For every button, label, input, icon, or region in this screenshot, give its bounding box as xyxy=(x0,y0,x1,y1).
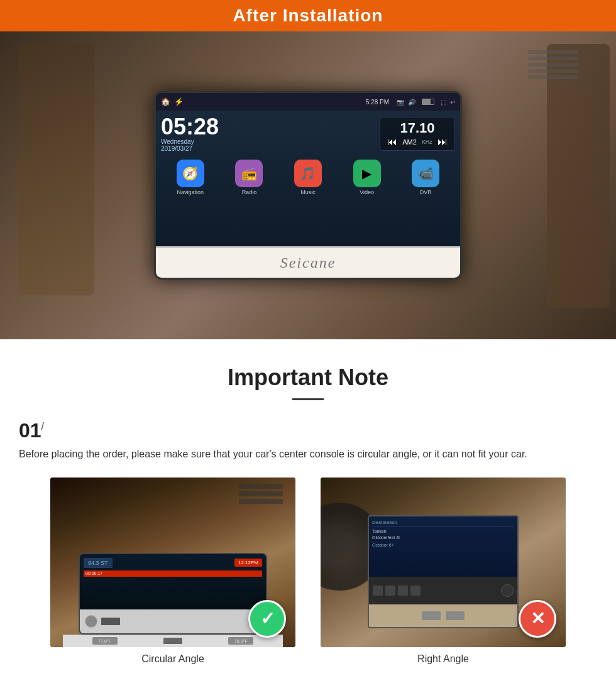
screen-status-time: 5:28 PM xyxy=(366,99,389,106)
screen-radio-box: 17.10 ⏮ AM2 KHz ⏭ xyxy=(380,117,455,151)
app-radio-icon: 📻 xyxy=(235,160,263,187)
app-radio-label: Radio xyxy=(242,189,257,195)
right-angle-label: Right Angle xyxy=(417,653,469,665)
app-video[interactable]: ▶ Video xyxy=(353,160,381,195)
screen-main: 05:28 Wednesday 2019/03/27 17.10 ⏮ AM2 K… xyxy=(156,111,460,246)
image-card-correct: 94.3 ST 12:12PM 00:00:17 xyxy=(50,477,295,665)
screen-time-display: 05:28 xyxy=(161,116,219,138)
app-nav-icon: 🧭 xyxy=(177,160,204,187)
app-dvr-icon: 📹 xyxy=(412,160,439,187)
app-music-label: Music xyxy=(300,189,316,195)
screen-frequency: 17.10 xyxy=(400,120,434,136)
unit-side-buttons xyxy=(154,118,155,188)
app-nav-label: Navigation xyxy=(177,189,204,195)
section-heading: Important Note xyxy=(19,364,597,391)
note-text: Before placing the order, please make su… xyxy=(19,446,597,462)
important-note-section: Important Note 01/ Before placing the or… xyxy=(0,339,616,684)
header-banner: After Installation xyxy=(0,0,616,31)
title-divider xyxy=(292,398,324,400)
radio-next-icon[interactable]: ⏭ xyxy=(437,136,448,148)
radio-prev-icon[interactable]: ⏮ xyxy=(387,136,397,148)
brand-logo: Seicane xyxy=(280,254,336,271)
note-number: 01/ xyxy=(19,419,597,442)
screen-status-bar: 🏠 ⚡ 5:28 PM 📷 🔊 ⬚ ↩ xyxy=(156,93,460,111)
unit-bottom-bar: Seicane xyxy=(156,246,460,278)
dash-right-panel xyxy=(547,44,610,308)
page-title: After Installation xyxy=(233,6,383,26)
circular-angle-image: 94.3 ST 12:12PM 00:00:17 xyxy=(50,477,295,647)
app-video-icon: ▶ xyxy=(353,160,381,187)
app-radio[interactable]: 📻 Radio xyxy=(235,160,263,195)
app-dvr[interactable]: 📹 DVR xyxy=(412,160,439,195)
screen-clock-row: 05:28 Wednesday 2019/03/27 17.10 ⏮ AM2 K… xyxy=(161,116,455,152)
car-stereo-unit: 🏠 ⚡ 5:28 PM 📷 🔊 ⬚ ↩ 05:28 Wednesday 2019… xyxy=(154,91,462,280)
circular-angle-label: Circular Angle xyxy=(141,653,204,665)
installation-photo-area: 🏠 ⚡ 5:28 PM 📷 🔊 ⬚ ↩ 05:28 Wednesday 2019… xyxy=(0,31,616,339)
car-interior-bg: 🏠 ⚡ 5:28 PM 📷 🔊 ⬚ ↩ 05:28 Wednesday 2019… xyxy=(0,31,616,339)
right-angle-image: Destination Tanken Oktoberfest 4t Octobe… xyxy=(321,477,566,647)
screen-radio-controls: ⏮ AM2 KHz ⏭ xyxy=(387,136,448,148)
image-card-wrong: Destination Tanken Oktoberfest 4t Octobe… xyxy=(321,477,566,665)
app-music[interactable]: 🎵 Music xyxy=(294,160,322,195)
note-01: 01/ Before placing the order, please mak… xyxy=(19,419,597,462)
screen-date: 2019/03/27 xyxy=(161,145,219,152)
screen-day: Wednesday xyxy=(161,138,219,145)
correct-badge: ✓ xyxy=(248,600,286,638)
screen-apps-row: 🧭 Navigation 📻 Radio 🎵 Music ▶ Video xyxy=(161,160,455,195)
app-dvr-label: DVR xyxy=(420,189,432,195)
vent-grille xyxy=(528,50,578,82)
screen-clock-left: 05:28 Wednesday 2019/03/27 xyxy=(161,116,219,152)
comparison-images-row: 94.3 ST 12:12PM 00:00:17 xyxy=(19,477,597,665)
app-navigation[interactable]: 🧭 Navigation xyxy=(177,160,204,195)
dash-left-panel xyxy=(19,44,94,295)
app-video-label: Video xyxy=(360,189,374,195)
app-music-icon: 🎵 xyxy=(294,160,322,187)
screen-radio-band: AM2 xyxy=(402,138,417,146)
wrong-badge: ✕ xyxy=(519,600,556,638)
screen-radio-unit: KHz xyxy=(422,139,432,145)
